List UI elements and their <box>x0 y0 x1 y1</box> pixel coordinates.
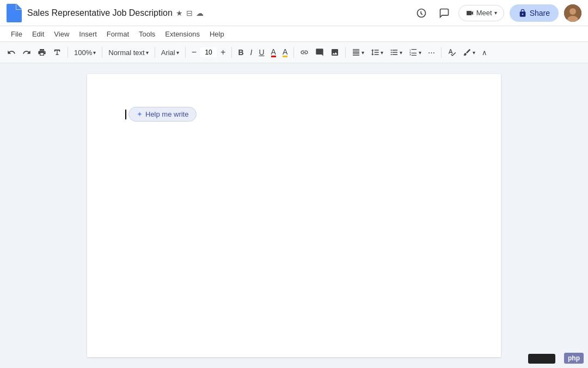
text-style-value: Normal text <box>108 49 144 57</box>
google-docs-icon <box>7 4 22 22</box>
menu-edit[interactable]: Edit <box>28 29 48 39</box>
bullet-chevron-icon: ▾ <box>400 50 402 56</box>
spell-check-button[interactable] <box>445 46 459 59</box>
insert-image-button[interactable] <box>328 46 342 59</box>
history-button[interactable] <box>413 5 430 21</box>
font-value: Arial <box>161 49 175 57</box>
menu-tools[interactable]: Tools <box>134 29 160 39</box>
line-spacing-button[interactable]: ▾ <box>368 46 386 59</box>
meet-label: Meet <box>476 9 492 17</box>
help-me-write-button[interactable]: ✦ Help me write <box>128 107 197 122</box>
top-bar-right: Meet ▾ Share <box>413 4 581 22</box>
paint-format-button[interactable] <box>50 46 64 59</box>
separator-8 <box>441 47 442 58</box>
separator-4 <box>185 47 186 58</box>
svg-point-1 <box>569 8 576 15</box>
bullet-list-button[interactable]: ▾ <box>387 46 405 59</box>
meet-chevron-icon: ▾ <box>494 10 497 16</box>
separator-7 <box>345 47 346 58</box>
share-label: Share <box>530 9 550 17</box>
zoom-chevron-icon: ▾ <box>93 50 96 56</box>
save-icon[interactable]: ⊟ <box>186 9 193 17</box>
menu-view[interactable]: View <box>50 29 74 39</box>
separator-2 <box>102 47 102 58</box>
toolbar: 100% ▾ Normal text ▾ Arial ▾ − + B I U A… <box>0 41 588 63</box>
underline-button[interactable]: U <box>256 46 267 58</box>
print-button[interactable] <box>35 46 49 59</box>
font-chevron-icon: ▾ <box>176 50 179 56</box>
menu-format[interactable]: Format <box>102 29 133 39</box>
italic-button[interactable]: I <box>248 46 255 58</box>
link-button[interactable] <box>297 46 311 59</box>
align-chevron-icon: ▾ <box>362 50 364 56</box>
php-badge: php <box>564 353 584 364</box>
comment-button[interactable] <box>436 5 453 21</box>
avatar[interactable] <box>564 4 581 22</box>
doc-title-area: Sales Representative Job Description ★ ⊟… <box>27 8 413 18</box>
separator-5 <box>231 47 232 58</box>
separator-6 <box>293 47 294 58</box>
undo-button[interactable] <box>4 46 19 59</box>
text-cursor <box>125 110 126 119</box>
document-page[interactable]: ✦ Help me write <box>87 74 501 357</box>
star-icon[interactable]: ★ <box>176 9 183 17</box>
separator-1 <box>68 47 68 58</box>
main-area: ✦ Help me write <box>0 63 588 368</box>
zoom-value: 100% <box>74 49 92 57</box>
collapse-toolbar-button[interactable]: ∧ <box>479 46 490 59</box>
highlight-button[interactable]: A <box>280 46 290 59</box>
menu-file[interactable]: File <box>7 29 27 39</box>
font-size-input[interactable] <box>200 47 217 57</box>
text-color-button[interactable]: A <box>268 46 279 59</box>
menu-insert[interactable]: Insert <box>75 29 101 39</box>
style-chevron-icon: ▾ <box>146 50 149 56</box>
highlight-opt-chevron-icon: ▾ <box>473 50 475 56</box>
align-button[interactable]: ▾ <box>349 46 367 59</box>
text-style-selector[interactable]: Normal text ▾ <box>106 46 151 59</box>
sparkle-icon: ✦ <box>137 110 143 118</box>
menu-bar: File Edit View Insert Format Tools Exten… <box>0 26 588 41</box>
font-selector[interactable]: Arial ▾ <box>158 46 182 59</box>
menu-extensions[interactable]: Extensions <box>161 29 204 39</box>
first-line: ✦ Help me write <box>125 107 463 122</box>
numbered-chevron-icon: ▾ <box>419 50 421 56</box>
menu-help[interactable]: Help <box>205 29 229 39</box>
meet-button[interactable]: Meet ▾ <box>458 5 504 21</box>
cloud-icon[interactable]: ☁ <box>196 9 204 17</box>
add-comment-button[interactable] <box>313 46 327 59</box>
more-options-button[interactable]: ⋯ <box>425 46 438 59</box>
help-me-write-label: Help me write <box>145 110 188 118</box>
top-bar: Sales Representative Job Description ★ ⊟… <box>0 0 588 26</box>
zoom-selector[interactable]: 100% ▾ <box>71 46 99 59</box>
numbered-list-button[interactable]: ▾ <box>406 46 424 59</box>
dark-badge <box>528 354 555 364</box>
highlighting-options-button[interactable]: ▾ <box>460 46 478 59</box>
font-size-plus-button[interactable]: + <box>218 46 228 59</box>
separator-3 <box>155 47 155 58</box>
bold-button[interactable]: B <box>235 46 246 58</box>
line-spacing-chevron-icon: ▾ <box>381 50 383 56</box>
redo-button[interactable] <box>20 46 34 59</box>
doc-title-row: Sales Representative Job Description ★ ⊟… <box>27 8 413 18</box>
font-size-minus-button[interactable]: − <box>189 46 199 59</box>
share-button[interactable]: Share <box>510 4 559 22</box>
doc-title: Sales Representative Job Description <box>27 8 173 18</box>
